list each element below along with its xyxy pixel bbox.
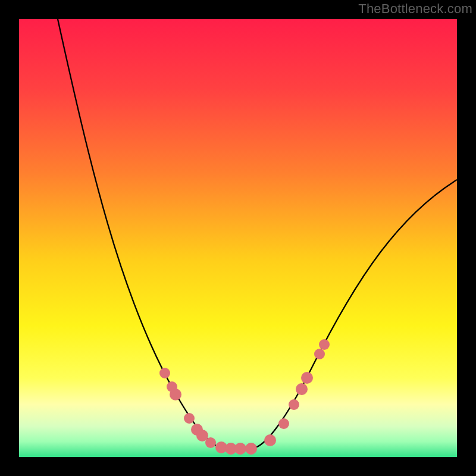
sample-dot [289, 399, 299, 410]
chart-frame: TheBottleneck.com [0, 0, 476, 476]
sample-dot [296, 383, 308, 395]
sample-dot [159, 368, 170, 378]
sample-dot [205, 437, 216, 448]
sample-dot [234, 443, 246, 455]
sample-dot [184, 413, 195, 424]
plot-area [19, 19, 457, 457]
watermark-text: TheBottleneck.com [358, 1, 472, 17]
sample-dot [245, 443, 257, 455]
sample-dot [301, 372, 313, 384]
curve-layer [19, 19, 457, 457]
sample-dot [170, 389, 181, 400]
sample-dot [278, 418, 289, 429]
sample-dot [314, 349, 325, 359]
sample-dot [264, 434, 276, 446]
sample-dot [319, 339, 330, 350]
bottleneck-curve [58, 19, 457, 447]
